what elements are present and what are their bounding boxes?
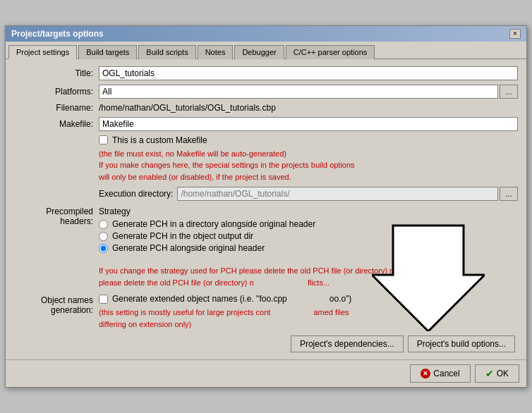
filename-label: Filename: xyxy=(14,103,99,113)
strategy-section: Strategy Generate PCH in a directory alo… xyxy=(99,207,315,255)
bottom-buttons: Project's dependencies... Project's buil… xyxy=(14,335,518,352)
radio-row-1: Generate PCH in a directory alongside or… xyxy=(99,219,315,229)
radio-row-3: Generate PCH alongside original header xyxy=(99,243,315,253)
radio-label-3: Generate PCH alongside original header xyxy=(112,243,265,253)
strategy-title: Strategy xyxy=(99,207,315,216)
radio-label-1: Generate PCH in a directory alongside or… xyxy=(112,219,315,229)
execution-row: Execution directory: ... xyxy=(99,187,518,201)
obj-names-content: Generate extended object names (i.e. "fo… xyxy=(99,294,518,330)
platforms-btn[interactable]: ... xyxy=(500,85,518,99)
cancel-icon: ✕ xyxy=(421,369,430,378)
obj-names-checkbox-row: Generate extended object names (i.e. "fo… xyxy=(99,294,518,304)
build-options-button[interactable]: Project's build options... xyxy=(408,335,515,352)
tab-bar: Project settings Build targets Build scr… xyxy=(6,42,526,59)
platforms-label: Platforms: xyxy=(14,87,99,97)
close-button[interactable]: × xyxy=(509,29,521,39)
platforms-input[interactable] xyxy=(99,85,498,99)
strategy-note: If you change the strategy used for PCH … xyxy=(99,265,518,288)
ok-icon: ✔ xyxy=(485,368,494,379)
title-input[interactable] xyxy=(99,66,518,80)
execution-label: Execution directory: xyxy=(99,189,173,199)
filename-value: /home/nathan/OGL_tutorials/OGL_tutorials… xyxy=(99,103,276,113)
precompiled-section: Precompiled headers: Strategy Generate P… xyxy=(14,207,518,261)
tab-build-scripts[interactable]: Build scripts xyxy=(138,45,195,59)
platforms-row: Platforms: ... xyxy=(14,85,518,99)
custom-makefile-row: This is a custom Makefile xyxy=(99,135,518,145)
ok-label: OK xyxy=(497,369,509,378)
radio-pch-1[interactable] xyxy=(99,220,108,229)
cancel-label: Cancel xyxy=(433,369,459,378)
tab-project-settings[interactable]: Project settings xyxy=(8,45,77,59)
tab-notes[interactable]: Notes xyxy=(198,45,234,59)
custom-makefile-label: This is a custom Makefile xyxy=(112,135,207,145)
dependencies-button[interactable]: Project's dependencies... xyxy=(291,335,404,352)
makefile-row: Makefile: xyxy=(14,117,518,131)
radio-pch-2[interactable] xyxy=(99,232,108,241)
makefile-label: Makefile: xyxy=(14,119,99,129)
warning-text: (the file must exist, no Makefile will b… xyxy=(99,148,518,183)
dialog-content: Title: Platforms: ... Filename: /home/na… xyxy=(6,59,526,360)
filename-row: Filename: /home/nathan/OGL_tutorials/OGL… xyxy=(14,103,518,113)
custom-makefile-checkbox[interactable] xyxy=(99,135,108,144)
window-title: Project/targets options xyxy=(11,29,104,39)
ok-button[interactable]: ✔ OK xyxy=(475,364,519,383)
cancel-button[interactable]: ✕ Cancel xyxy=(410,364,470,383)
tab-build-targets[interactable]: Build targets xyxy=(78,45,137,59)
radio-row-2: Generate PCH in the object output dir xyxy=(99,231,315,241)
execution-btn[interactable]: ... xyxy=(500,187,518,201)
precompiled-label: Precompiled headers: xyxy=(14,207,99,261)
obj-names-check-label: Generate extended object names (i.e. "fo… xyxy=(112,294,351,304)
obj-names-label: Object names generation: xyxy=(14,294,99,315)
platforms-input-group: ... xyxy=(99,85,518,99)
makefile-input[interactable] xyxy=(99,117,518,131)
obj-names-section: Object names generation: Generate extend… xyxy=(14,294,518,330)
radio-label-2: Generate PCH in the object output dir xyxy=(112,231,253,241)
tab-cpp-parser[interactable]: C/C++ parser options xyxy=(286,45,375,59)
tab-debugger[interactable]: Debugger xyxy=(234,45,284,59)
obj-names-note: (this setting is mostly useful for large… xyxy=(99,307,518,330)
radio-pch-3[interactable] xyxy=(99,244,108,253)
execution-input[interactable] xyxy=(177,187,498,201)
dialog-footer: ✕ Cancel ✔ OK xyxy=(6,359,526,387)
obj-names-checkbox[interactable] xyxy=(99,295,108,304)
title-bar: Project/targets options × xyxy=(6,26,526,42)
title-label: Title: xyxy=(14,68,99,78)
makefile-options: This is a custom Makefile (the file must… xyxy=(99,135,518,202)
title-row: Title: xyxy=(14,66,518,80)
